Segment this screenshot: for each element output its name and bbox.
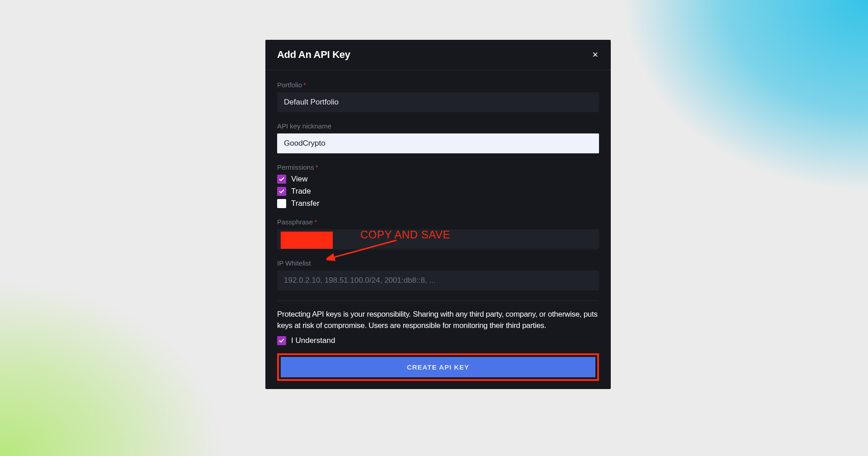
check-icon <box>278 337 285 344</box>
close-icon[interactable]: × <box>591 48 599 62</box>
modal-body: Portfolio* Default Portfolio API key nic… <box>265 70 611 389</box>
passphrase-label-text: Passphrase <box>277 218 313 226</box>
submit-highlight: CREATE API KEY <box>277 353 599 381</box>
permissions-list: View Trade Transfer <box>277 175 599 208</box>
check-icon <box>278 188 285 195</box>
view-label: View <box>291 175 308 184</box>
understand-row: I Understand <box>277 336 599 345</box>
required-marker: * <box>314 218 317 226</box>
add-api-key-modal: Add An API Key × Portfolio* Default Port… <box>265 40 611 389</box>
understand-checkbox[interactable] <box>277 336 286 345</box>
required-marker: * <box>303 81 306 89</box>
understand-label: I Understand <box>291 336 335 345</box>
passphrase-label: Passphrase* <box>277 218 599 226</box>
ip-whitelist-label: IP Whitelist <box>277 259 599 267</box>
permission-trade-row: Trade <box>277 187 599 196</box>
trade-label: Trade <box>291 187 311 196</box>
nickname-input[interactable] <box>277 133 599 153</box>
permissions-label: Permissions* <box>277 163 599 171</box>
ip-whitelist-field: IP Whitelist <box>277 259 599 290</box>
passphrase-input-wrap <box>277 229 599 249</box>
nickname-label: API key nickname <box>277 122 599 130</box>
portfolio-select[interactable]: Default Portfolio <box>277 92 599 112</box>
nickname-field: API key nickname <box>277 122 599 153</box>
portfolio-field: Portfolio* Default Portfolio <box>277 81 599 112</box>
permissions-label-text: Permissions <box>277 163 314 171</box>
portfolio-label-text: Portfolio <box>277 81 302 89</box>
transfer-label: Transfer <box>291 199 320 208</box>
passphrase-field: Passphrase* <box>277 218 599 249</box>
permission-view-row: View <box>277 175 599 184</box>
ip-whitelist-input[interactable] <box>277 271 599 290</box>
permissions-field: Permissions* View Trade Transf <box>277 163 599 208</box>
permission-transfer-row: Transfer <box>277 199 599 208</box>
required-marker: * <box>316 163 318 171</box>
portfolio-label: Portfolio* <box>277 81 599 89</box>
disclaimer-text: Protecting API keys is your responsibili… <box>277 309 599 331</box>
transfer-checkbox[interactable] <box>277 199 286 208</box>
view-checkbox[interactable] <box>277 175 286 184</box>
check-icon <box>278 176 285 182</box>
create-api-key-button[interactable]: CREATE API KEY <box>281 357 595 377</box>
passphrase-input[interactable] <box>277 229 599 249</box>
modal-header: Add An API Key × <box>265 40 611 70</box>
trade-checkbox[interactable] <box>277 187 286 196</box>
modal-title: Add An API Key <box>277 49 350 61</box>
divider <box>277 300 599 301</box>
